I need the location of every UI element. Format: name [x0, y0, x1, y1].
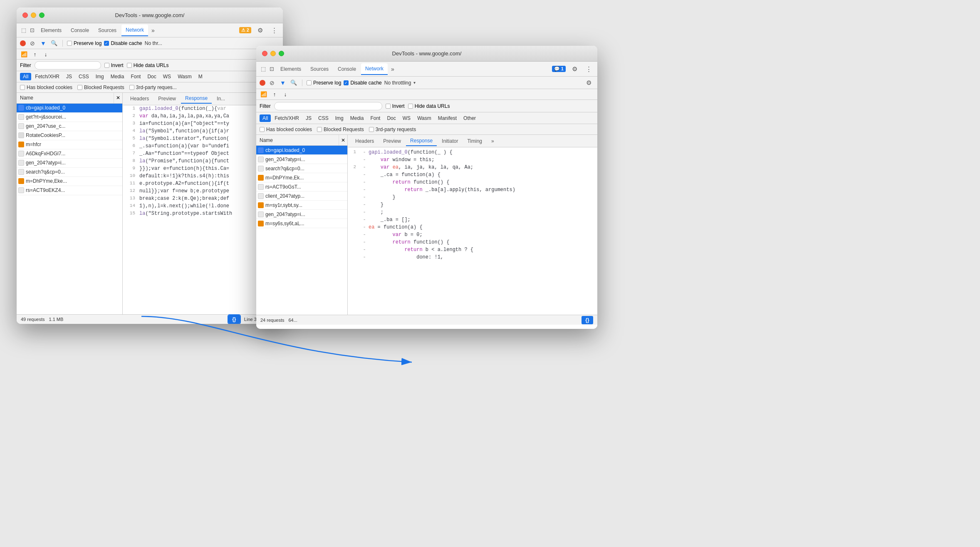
type-doc-2[interactable]: Doc — [384, 114, 398, 122]
request-row-6-2[interactable]: m=sy1r,sybt,sy... — [256, 201, 347, 210]
resp-tab-response-1[interactable]: Response — [181, 94, 212, 104]
type-media-2[interactable]: Media — [347, 114, 367, 122]
request-row-0-1[interactable]: cb=gapi.loaded_0 — [17, 104, 122, 113]
minimize-button-1[interactable] — [31, 12, 36, 18]
type-all-1[interactable]: All — [20, 73, 31, 80]
format-button-2[interactable]: {} — [582, 316, 593, 324]
preserve-log-checkbox-2[interactable] — [307, 80, 312, 85]
request-row-1-1[interactable]: get?rt=j&sourcei... — [17, 113, 122, 122]
more-menu-icon-1[interactable]: ⋮ — [269, 25, 280, 36]
type-js-2[interactable]: JS — [303, 114, 314, 122]
request-row-7-1[interactable]: search?q&cp=0... — [17, 168, 122, 177]
settings-icon-2[interactable]: ⚙ — [569, 64, 580, 75]
type-font-1[interactable]: Font — [128, 73, 144, 80]
blocked-cookies-cb-1[interactable] — [20, 85, 25, 90]
request-row-9-1[interactable]: rs=ACT9oEKZ4... — [17, 186, 122, 195]
record-button-2[interactable] — [260, 80, 265, 86]
type-img-1[interactable]: Img — [93, 73, 107, 80]
tab-network-1[interactable]: Network — [121, 25, 148, 36]
search-icon-2[interactable]: 🔍 — [290, 79, 298, 87]
request-row-2-1[interactable]: gen_204?use_c... — [17, 122, 122, 131]
stop-icon-1[interactable]: ⊘ — [28, 39, 37, 47]
request-row-4-1[interactable]: m=hfcr — [17, 140, 122, 149]
search-icon-1[interactable]: 🔍 — [50, 39, 58, 47]
type-css-2[interactable]: CSS — [315, 114, 332, 122]
request-row-0-2[interactable]: cb=gapi.loaded_0 — [256, 146, 347, 155]
request-row-5-1[interactable]: A6DkqFxHDGl7... — [17, 149, 122, 159]
wifi-icon-2[interactable]: 📶 — [260, 90, 268, 99]
tab-sources-1[interactable]: Sources — [94, 25, 121, 36]
blocked-requests-cb-1[interactable] — [77, 85, 82, 90]
request-row-6-1[interactable]: gen_204?atyp=i... — [17, 159, 122, 168]
close-panel-icon-2[interactable]: ✕ — [339, 135, 347, 145]
resp-tab-preview-2[interactable]: Preview — [379, 137, 405, 146]
type-media-1[interactable]: Media — [108, 73, 127, 80]
disable-cache-checkbox-1[interactable]: ✓ — [104, 41, 109, 46]
more-tabs-2[interactable]: » — [389, 64, 397, 74]
device-icon-2[interactable]: ⊡ — [268, 65, 275, 73]
filter-icon-1[interactable]: ▼ — [39, 39, 47, 47]
type-wasm-2[interactable]: Wasm — [414, 114, 434, 122]
type-js-1[interactable]: JS — [63, 73, 75, 80]
tab-network-2[interactable]: Network — [361, 63, 388, 75]
disable-cache-checkbox-2[interactable]: ✓ — [344, 80, 349, 85]
network-settings-icon-2[interactable]: ⚙ — [583, 77, 594, 88]
resp-tab-headers-2[interactable]: Headers — [351, 137, 378, 146]
resp-tab-more-2[interactable]: » — [487, 137, 498, 146]
request-row-1-2[interactable]: gen_204?atyp=i... — [256, 155, 347, 164]
hide-data-urls-checkbox-2[interactable] — [408, 104, 413, 109]
type-ws-2[interactable]: WS — [400, 114, 413, 122]
throttle-dropdown-2[interactable]: ▾ — [413, 80, 416, 85]
more-menu-icon-2[interactable]: ⋮ — [583, 64, 594, 75]
stop-icon-2[interactable]: ⊘ — [268, 79, 276, 87]
resp-tab-timing-2[interactable]: Timing — [463, 137, 486, 146]
type-wasm-1[interactable]: Wasm — [175, 73, 195, 80]
type-m-1[interactable]: M — [196, 73, 205, 80]
tab-console-2[interactable]: Console — [334, 64, 360, 75]
type-css-1[interactable]: CSS — [76, 73, 92, 80]
resp-tab-response-2[interactable]: Response — [406, 136, 437, 146]
type-fetch-xhr-2[interactable]: Fetch/XHR — [272, 114, 302, 122]
type-manifest-2[interactable]: Manifest — [435, 114, 460, 122]
maximize-button-2[interactable] — [279, 51, 284, 56]
request-row-4-2[interactable]: rs=ACT9oGsT... — [256, 182, 347, 191]
invert-checkbox-1[interactable] — [104, 63, 109, 68]
tab-elements-2[interactable]: Elements — [276, 64, 305, 75]
close-button-1[interactable] — [22, 12, 28, 18]
third-party-cb-1[interactable] — [129, 85, 134, 90]
blocked-requests-cb-2[interactable] — [317, 127, 322, 132]
tab-elements-1[interactable]: Elements — [37, 25, 66, 36]
tab-sources-2[interactable]: Sources — [306, 64, 333, 75]
hide-data-urls-checkbox-1[interactable] — [127, 63, 132, 68]
type-all-2[interactable]: All — [260, 114, 271, 122]
inspect-icon-2[interactable]: ⬚ — [260, 65, 267, 73]
more-tabs-1[interactable]: » — [149, 25, 157, 35]
record-button-1[interactable] — [20, 40, 26, 46]
type-font-2[interactable]: Font — [367, 114, 383, 122]
upload-icon-1[interactable]: ↑ — [31, 50, 39, 58]
device-icon[interactable]: ⊡ — [28, 27, 36, 34]
type-fetch-xhr-1[interactable]: Fetch/XHR — [32, 73, 62, 80]
settings-icon-1[interactable]: ⚙ — [255, 25, 265, 36]
upload-icon-2[interactable]: ↑ — [270, 90, 279, 99]
third-party-cb-2[interactable] — [369, 127, 374, 132]
download-icon-1[interactable]: ↓ — [42, 50, 50, 58]
invert-checkbox-2[interactable] — [386, 104, 391, 109]
filter-icon-2[interactable]: ▼ — [279, 79, 287, 87]
request-row-3-2[interactable]: m=DhPYme,Ek... — [256, 173, 347, 182]
tab-console-1[interactable]: Console — [67, 25, 93, 36]
blocked-cookies-cb-2[interactable] — [260, 127, 265, 132]
request-row-7-2[interactable]: gen_204?atyp=i... — [256, 210, 347, 219]
type-ws-1[interactable]: WS — [160, 73, 174, 80]
preserve-log-checkbox-1[interactable] — [67, 41, 72, 46]
wifi-icon-1[interactable]: 📶 — [20, 50, 28, 58]
resp-tab-headers-1[interactable]: Headers — [126, 94, 153, 103]
type-other-2[interactable]: Other — [460, 114, 479, 122]
request-row-8-1[interactable]: m=DhPYme,Eke... — [17, 177, 122, 186]
download-icon-2[interactable]: ↓ — [281, 90, 290, 99]
request-row-2-2[interactable]: search?q&cp=0... — [256, 164, 347, 173]
inspect-icon[interactable]: ⬚ — [20, 27, 27, 34]
close-button-2[interactable] — [262, 51, 267, 56]
request-row-3-1[interactable]: RotateCookiesP... — [17, 131, 122, 140]
close-panel-icon-1[interactable]: ✕ — [114, 93, 122, 103]
